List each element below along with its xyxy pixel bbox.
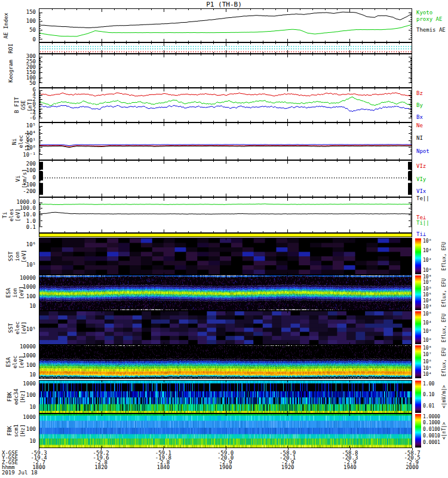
cbtick-sst_elec-3: 10⁰ bbox=[423, 338, 431, 343]
ytick-esa_ion-0: 10000 bbox=[0, 275, 38, 280]
ytick-vi-1: 100 bbox=[0, 168, 38, 173]
cblabel-esa_ion: Eflux, EFU bbox=[441, 278, 447, 307]
ephemeris-value: 1820 bbox=[94, 465, 108, 470]
rlabel-ae-proxyAE: proxy AE bbox=[416, 17, 442, 22]
ti-canvas bbox=[39, 198, 412, 232]
rlabel-ni-NI: NI bbox=[416, 136, 423, 141]
ytick-fbk_scm-0: 1000 bbox=[0, 414, 38, 419]
roi-canvas bbox=[39, 43, 412, 53]
ytick-esa_elec-0: 10000 bbox=[0, 344, 38, 349]
ylabel-sst_ion-0: SST bbox=[8, 252, 14, 261]
ephemeris-value: 1900 bbox=[219, 465, 232, 470]
ytick-ti-4: 0.1 bbox=[0, 224, 38, 229]
cbtick-sst_elec-2: 10² bbox=[423, 329, 431, 334]
ytick-ti-0: 1000.0 bbox=[0, 199, 38, 204]
colorbar-esa_ion bbox=[415, 275, 421, 310]
time-axis-tick bbox=[226, 448, 226, 450]
cbtick-esa_ion-1: 10⁷ bbox=[423, 280, 431, 285]
panel-roi bbox=[39, 42, 412, 54]
vi-canvas bbox=[39, 161, 412, 197]
ytick-esa_ion-2: 100 bbox=[0, 294, 38, 299]
sst_elec-canvas bbox=[39, 311, 412, 344]
ytick-ae-0: 150 bbox=[0, 9, 38, 14]
cblabel-sst_ion: Eflux, EFU bbox=[441, 242, 447, 271]
time-axis-tick bbox=[163, 448, 164, 450]
esa_ion-canvas bbox=[39, 275, 412, 310]
cbtick-fbk_scm-1: 0.1000 bbox=[423, 421, 440, 425]
ephemeris-value: 2000 bbox=[406, 465, 419, 470]
panel-ti bbox=[39, 197, 412, 233]
ytick-fbk_edc-0: 1000 bbox=[0, 381, 38, 386]
cblabel-fbk_edc: <|mV/m|> bbox=[441, 385, 447, 409]
cbtick-fbk_edc-2: 0.01 bbox=[423, 404, 434, 409]
themis-summary-plot: P1 (TH-B) 2019 Jul 18 AE Index150100500K… bbox=[0, 0, 448, 478]
ytick-ti-1: 100.0 bbox=[0, 206, 38, 211]
panel-esa_elec bbox=[39, 345, 412, 379]
ytick-ni-3: 10⁰ bbox=[0, 145, 38, 150]
ytick-esa_ion-1: 1000 bbox=[0, 284, 38, 290]
cbtick-sst_ion-0: 10⁶ bbox=[423, 239, 431, 244]
colorbar-sst_ion bbox=[415, 238, 421, 274]
panel-fbk_scm bbox=[39, 413, 412, 448]
ephemeris-value: 1800 bbox=[32, 465, 45, 470]
bfit-canvas bbox=[39, 88, 412, 122]
cbtick-fbk_scm-3: 0.0010 bbox=[423, 434, 440, 439]
rlabel-bfit-By: By bbox=[416, 103, 423, 108]
cbtick-sst_elec-0: 10⁶ bbox=[423, 312, 431, 317]
ae-canvas bbox=[39, 9, 412, 42]
time-axis-tick bbox=[101, 448, 102, 450]
ytick-ae-2: 50 bbox=[0, 27, 38, 33]
cbtick-sst_ion-2: 10² bbox=[423, 258, 431, 263]
cbtick-esa_elec-1: 10⁷ bbox=[423, 353, 431, 357]
ytick-sst_ion-0: 10⁶ bbox=[0, 242, 38, 247]
rlabel-ti-Ti: Ti⊥ bbox=[416, 231, 426, 237]
time-axis-tick bbox=[39, 448, 39, 450]
ytick-fbk_edc-1: 100 bbox=[0, 393, 38, 398]
panel-ni bbox=[39, 122, 412, 160]
date-label: 2019 Jul 18 bbox=[2, 470, 38, 476]
panel-sst_elec bbox=[39, 311, 412, 345]
rlabel-ni-Npot: Npot bbox=[416, 148, 429, 154]
ytick-ti-3: 1.0 bbox=[0, 218, 38, 223]
cbtick-esa_elec-0: 10⁸ bbox=[423, 346, 431, 351]
fbk_edc-canvas bbox=[39, 381, 412, 413]
ephemeris-row-label-hhmm: hhmm bbox=[2, 465, 15, 470]
panel-roibar bbox=[39, 233, 412, 237]
cbtick-esa_ion-2: 10⁶ bbox=[423, 287, 431, 292]
panel-esa_ion bbox=[39, 275, 412, 311]
rlabel-bfit-Bx: Bx bbox=[416, 115, 423, 120]
colorbar-esa_elec bbox=[415, 345, 421, 378]
keogram-canvas bbox=[39, 54, 412, 87]
ytick-ni-1: 10⁴ bbox=[0, 130, 38, 136]
cbtick-fbk_scm-2: 0.0100 bbox=[423, 427, 440, 432]
ytick-ti-2: 10.0 bbox=[0, 212, 38, 217]
ylabel-roi-0: ROI bbox=[8, 43, 14, 53]
ytick-esa_elec-2: 100 bbox=[0, 363, 38, 368]
ytick-vi-3: -100 bbox=[0, 182, 38, 187]
cbtick-sst_elec-1: 10⁴ bbox=[423, 321, 431, 326]
ytick-ni-4: 10⁻¹ bbox=[0, 152, 38, 157]
colorbar-fbk_scm bbox=[415, 414, 421, 448]
ytick-fbk_scm-2: 10 bbox=[0, 439, 38, 444]
cbtick-sst_ion-1: 10⁴ bbox=[423, 249, 431, 253]
ytick-ni-0: 10⁵ bbox=[0, 123, 38, 128]
ephemeris-value: 1920 bbox=[281, 465, 294, 470]
cbtick-esa_elec-2: 10⁶ bbox=[423, 360, 431, 364]
ylabel-sst_ion-1: ion bbox=[15, 252, 20, 261]
cbtick-fbk_scm-4: 0.0001 bbox=[423, 440, 440, 445]
panel-fbk_edc bbox=[39, 380, 412, 413]
colorbar-fbk_edc bbox=[415, 381, 421, 413]
panel-ae bbox=[39, 8, 412, 42]
ytick-esa_elec-3: 10 bbox=[0, 372, 38, 377]
rlabel-vi-VIx: VIx bbox=[416, 189, 426, 194]
ytick-esa_ion-3: 10 bbox=[0, 303, 38, 308]
rlabel-bfit-Bz: Bz bbox=[416, 90, 423, 96]
rlabel-ti-Ti: Ti|| bbox=[416, 220, 429, 226]
sst_ion-canvas bbox=[39, 238, 412, 274]
cblabel-sst_elec: Eflux, EFU bbox=[441, 313, 447, 342]
ytick-vi-0: 200 bbox=[0, 161, 38, 167]
ytick-keogram-5: 50 bbox=[0, 81, 38, 86]
cbtick-esa_ion-4: 10⁴ bbox=[423, 299, 431, 304]
cbtick-fbk_scm-0: 1.0000 bbox=[423, 415, 440, 419]
ytick-vi-2: 0 bbox=[0, 175, 38, 180]
